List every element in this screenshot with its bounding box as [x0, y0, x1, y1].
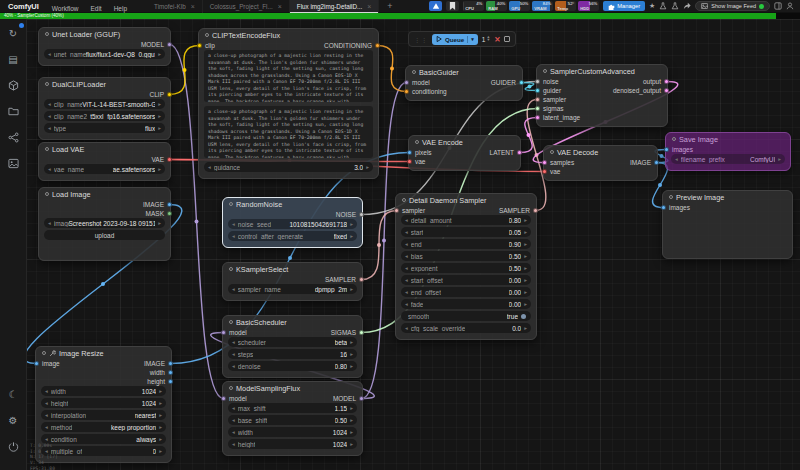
notes-button[interactable]: [446, 1, 459, 11]
decrement-arrow[interactable]: ◂: [45, 436, 48, 442]
node-library-icon[interactable]: ▤: [5, 51, 22, 68]
collapse-dot[interactable]: [229, 267, 233, 271]
node-title-bar[interactable]: VAE Decode: [544, 146, 657, 158]
input-dot[interactable]: [535, 115, 540, 120]
widget-condition[interactable]: ◂conditionalways▸: [41, 434, 166, 444]
input-dot[interactable]: [542, 169, 547, 174]
menu-edit[interactable]: Edit: [84, 5, 107, 12]
widget-steps[interactable]: ◂steps16▸: [228, 349, 357, 359]
increment-arrow[interactable]: ▸: [350, 405, 353, 411]
widget-guidance[interactable]: ◂guidance3.0▸: [204, 162, 373, 172]
link-midpoint-dot[interactable]: [528, 85, 532, 89]
queue-dropdown-caret[interactable]: ▾: [471, 36, 474, 42]
output-dot[interactable]: [168, 361, 173, 366]
widget-fade[interactable]: ◂fade0.00▸: [401, 299, 531, 309]
decrement-arrow[interactable]: ◂: [232, 363, 235, 369]
output-port-VAE[interactable]: VAE: [151, 156, 165, 163]
increment-arrow[interactable]: ▸: [159, 424, 162, 430]
output-dot[interactable]: [517, 150, 522, 155]
increment-arrow[interactable]: ▸: [159, 436, 162, 442]
node-map-icon[interactable]: [5, 129, 22, 146]
increment-arrow[interactable]: ▸: [524, 301, 527, 307]
node-title-bar[interactable]: SamplerCustomAdvanced: [537, 65, 667, 77]
workflow-tab[interactable]: Colossus_Project_Fl...×: [203, 0, 290, 13]
output-port-LATENT[interactable]: LATENT: [490, 149, 515, 156]
input-port-images[interactable]: images: [668, 204, 690, 211]
output-port-SAMPLER[interactable]: SAMPLER: [325, 276, 357, 283]
output-port-MODEL[interactable]: MODEL: [333, 395, 357, 402]
increment-arrow[interactable]: ▸: [524, 229, 527, 235]
increment-arrow[interactable]: ▸: [158, 220, 161, 226]
increment-arrow[interactable]: ▸: [158, 125, 161, 131]
node-dds[interactable]: Detail Daemon SamplersamplerSAMPLER◂deta…: [395, 193, 537, 340]
stop-button[interactable]: [504, 36, 510, 42]
output-dot[interactable]: [167, 157, 172, 162]
link-midpoint-dot[interactable]: [377, 243, 381, 247]
node-title-bar[interactable]: Detail Daemon Sampler: [396, 194, 536, 206]
decrement-arrow[interactable]: ◂: [232, 417, 235, 423]
output-dot[interactable]: [519, 80, 524, 85]
output-dot[interactable]: [168, 370, 173, 375]
alert-button-1[interactable]: [659, 2, 667, 10]
widget-end_offset[interactable]: ◂end_offset0.00▸: [401, 287, 531, 297]
widget-sampler_name[interactable]: ◂sampler_namedpmpp_2m▸: [228, 284, 357, 294]
link-midpoint-dot[interactable]: [101, 282, 105, 286]
output-dot[interactable]: [167, 211, 172, 216]
collapse-dot[interactable]: [205, 33, 209, 37]
increment-arrow[interactable]: ▸: [158, 166, 161, 172]
collapse-dot[interactable]: [45, 147, 49, 151]
input-dot[interactable]: [664, 147, 669, 152]
increment-arrow[interactable]: ▸: [524, 241, 527, 247]
decrement-arrow[interactable]: ◂: [208, 164, 211, 170]
output-dot[interactable]: [664, 88, 669, 93]
decrement-arrow[interactable]: ◂: [48, 51, 51, 57]
link-midpoint-dot[interactable]: [527, 133, 531, 137]
alert-button-2[interactable]: [671, 2, 679, 10]
widget-start_offset[interactable]: ◂start_offset0.00▸: [401, 275, 531, 285]
increment-arrow[interactable]: ▸: [350, 363, 353, 369]
output-port-IMAGE[interactable]: IMAGE: [144, 360, 166, 367]
decrement-arrow[interactable]: ◂: [48, 220, 51, 226]
manager-button[interactable]: Manager: [603, 1, 645, 11]
link-midpoint-dot[interactable]: [660, 154, 664, 158]
decrement-arrow[interactable]: ◂: [45, 400, 48, 406]
increment-arrow[interactable]: ▸: [350, 339, 353, 345]
output-dot[interactable]: [654, 160, 659, 165]
decrement-arrow[interactable]: ◂: [405, 325, 408, 331]
input-dot[interactable]: [221, 330, 226, 335]
increment-arrow[interactable]: ▸: [524, 217, 527, 223]
input-dot[interactable]: [197, 43, 202, 48]
decrement-arrow[interactable]: ◂: [48, 166, 51, 172]
widget-detail_amount[interactable]: ◂detail_amount0.80▸: [401, 215, 531, 225]
share-button[interactable]: [683, 2, 691, 10]
input-port-conditioning[interactable]: conditioning: [411, 88, 447, 95]
decrement-arrow[interactable]: ◂: [48, 101, 51, 107]
input-port-model[interactable]: model: [228, 395, 247, 402]
increment-arrow[interactable]: ▸: [350, 441, 353, 447]
increment-arrow[interactable]: ▸: [350, 351, 353, 357]
increment-arrow[interactable]: ▸: [524, 265, 527, 271]
drag-handle[interactable]: ⋮⋮: [414, 36, 428, 43]
widget-scheduler[interactable]: ◂schedulerbeta▸: [228, 337, 357, 347]
tab-close-icon[interactable]: ×: [191, 3, 195, 10]
output-dot[interactable]: [359, 396, 364, 401]
node-loadvae[interactable]: Load VAEVAE◂vae_nameae.safetensors▸: [38, 142, 171, 181]
increment-arrow[interactable]: ▸: [159, 448, 162, 454]
collapse-dot[interactable]: [543, 69, 547, 73]
cancel-run-button[interactable]: ✕: [494, 35, 500, 44]
increment-arrow[interactable]: ▸: [350, 286, 353, 292]
decrement-arrow[interactable]: ◂: [405, 253, 408, 259]
increment-arrow[interactable]: ▸: [350, 233, 353, 239]
input-port-noise[interactable]: noise: [542, 78, 559, 85]
input-port-image[interactable]: image: [41, 360, 60, 367]
user-button[interactable]: [786, 2, 794, 10]
collapse-dot[interactable]: [415, 140, 419, 144]
output-port-CLIP[interactable]: CLIP: [150, 91, 165, 98]
comfy-logo-button[interactable]: [429, 1, 442, 11]
increment-arrow[interactable]: ▸: [524, 289, 527, 295]
panel-button[interactable]: [774, 2, 782, 10]
output-dot[interactable]: [167, 92, 172, 97]
queue-count-stepper[interactable]: 1 ▲▼: [482, 36, 490, 43]
input-port-vae[interactable]: vae: [549, 168, 560, 175]
widget-max_shift[interactable]: ◂max_shift1.15▸: [228, 403, 357, 413]
